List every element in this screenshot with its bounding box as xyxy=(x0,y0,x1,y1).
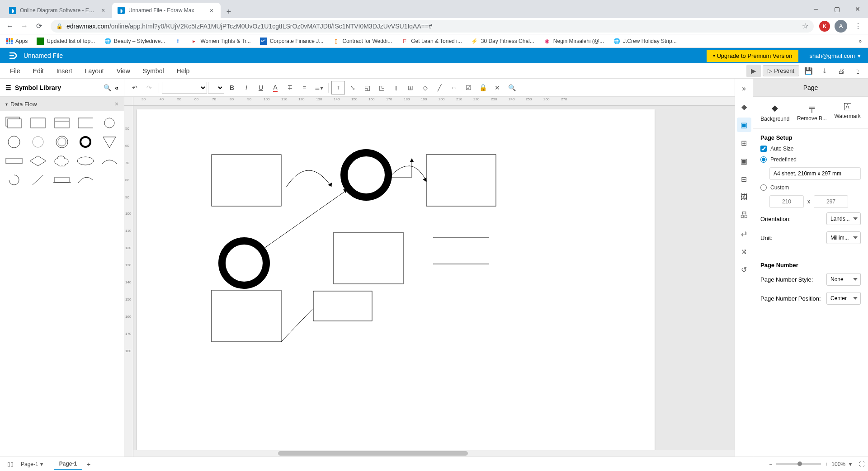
bookmark-item[interactable]: FGet Lean & Toned i... xyxy=(398,37,465,46)
bookmark-item[interactable]: ▯Contract for Weddi... xyxy=(330,37,395,46)
upgrade-button[interactable]: • Upgrade to Premium Version xyxy=(707,50,798,62)
text-frame-button[interactable]: T xyxy=(331,81,345,94)
edit-button[interactable]: ☑ xyxy=(462,81,475,94)
zoom-in-button[interactable]: + xyxy=(825,461,828,467)
remove-bg-button[interactable]: ╤Remove B... xyxy=(797,103,827,122)
bookmark-item[interactable]: 🌐Beauty – Styledrive... xyxy=(101,37,168,46)
sitemap-tab-icon[interactable]: 品 xyxy=(737,208,751,222)
redo-button[interactable]: ↷ xyxy=(142,81,156,94)
slideshow-tab-icon[interactable]: ▣ xyxy=(737,154,751,168)
shape-thick-circle[interactable] xyxy=(75,134,96,150)
save-icon[interactable]: 💾 xyxy=(801,65,816,77)
image-tab-icon[interactable]: 🖼 xyxy=(737,190,751,204)
scrollbar-thumb[interactable] xyxy=(278,451,468,456)
page-size-input[interactable] xyxy=(769,167,861,180)
menu-view[interactable]: View xyxy=(110,67,137,75)
tools-button[interactable]: ✕ xyxy=(491,81,504,94)
extension-badge[interactable]: K xyxy=(819,21,830,32)
shape-line[interactable] xyxy=(28,172,48,188)
background-button[interactable]: ◆Background xyxy=(760,103,789,122)
tab-close-icon[interactable]: × xyxy=(208,7,215,14)
present-button[interactable]: ▷Present xyxy=(763,65,799,76)
add-page-button[interactable]: + xyxy=(84,460,93,469)
canvas-paper[interactable] xyxy=(137,109,655,453)
group-button[interactable]: ⊞ xyxy=(404,81,417,94)
page-number-style-select[interactable]: None xyxy=(826,273,861,286)
back-button[interactable]: ← xyxy=(4,20,16,33)
connector-button[interactable]: ⤡ xyxy=(346,81,359,94)
reload-button[interactable]: ⟳ xyxy=(33,20,45,33)
shape-thick-circle[interactable] xyxy=(222,241,266,285)
shape-rect[interactable] xyxy=(313,291,372,321)
fill-button[interactable]: ◇ xyxy=(418,81,432,94)
shape-rect[interactable] xyxy=(334,232,403,284)
history-tab-icon[interactable]: ↺ xyxy=(737,262,751,277)
profile-avatar[interactable]: A xyxy=(835,20,847,33)
shape-rect[interactable] xyxy=(28,115,48,131)
search-icon[interactable]: 🔍 xyxy=(104,84,111,91)
search-button[interactable]: 🔍 xyxy=(505,81,519,94)
width-input[interactable] xyxy=(769,195,804,208)
menu-help[interactable]: Help xyxy=(170,67,196,75)
custom-radio[interactable] xyxy=(760,184,767,191)
undo-button[interactable]: ↶ xyxy=(128,81,142,94)
fill-tab-icon[interactable]: ◆ xyxy=(737,99,751,114)
bookmark-item[interactable]: Apps xyxy=(4,37,30,45)
grid-tab-icon[interactable]: ⊞ xyxy=(737,136,751,150)
zoom-slider-thumb[interactable] xyxy=(797,462,802,466)
shape-circle-thin[interactable] xyxy=(28,134,48,150)
page-number-position-select[interactable]: Center xyxy=(826,292,861,305)
bold-button[interactable]: B xyxy=(225,81,239,94)
align-left-button[interactable]: ⫿ xyxy=(389,81,403,94)
send-back-button[interactable]: ◳ xyxy=(375,81,388,94)
export-icon[interactable]: ⤓ xyxy=(817,65,832,77)
bookmark-star-icon[interactable]: ☆ xyxy=(802,22,808,30)
connector-arc[interactable] xyxy=(389,166,426,181)
file-name[interactable]: Unnamed File xyxy=(24,52,707,59)
tab-close-icon[interactable]: × xyxy=(99,7,107,14)
shape-diamond[interactable] xyxy=(28,153,48,169)
shape-stacked-rect[interactable] xyxy=(4,115,24,131)
font-family-select[interactable] xyxy=(162,82,207,94)
category-close-icon[interactable]: × xyxy=(115,100,118,108)
arrow-style-button[interactable]: ↔ xyxy=(447,81,461,94)
canvas-area[interactable]: 3040506070809010011012013014015016017018… xyxy=(124,97,735,457)
shape-cloud[interactable] xyxy=(52,153,72,169)
forward-button[interactable]: → xyxy=(18,20,31,33)
underline-button[interactable]: U xyxy=(254,81,268,94)
shape-curve[interactable] xyxy=(75,172,96,188)
unit-select[interactable]: Millim... xyxy=(826,231,861,244)
menu-file[interactable]: File xyxy=(4,67,27,75)
minimize-button[interactable]: ─ xyxy=(806,0,826,18)
shuffle-tab-icon[interactable]: ⤨ xyxy=(737,244,751,259)
stroke-button[interactable]: ╱ xyxy=(433,81,446,94)
new-tab-button[interactable]: + xyxy=(222,5,235,18)
bookmark-item[interactable]: ▸Women Tights & Tr... xyxy=(188,37,253,46)
page-selector[interactable]: Page-1▾ xyxy=(17,461,47,467)
predefined-radio[interactable] xyxy=(760,156,767,163)
expand-panel-icon[interactable]: » xyxy=(737,81,751,96)
shape-rect[interactable] xyxy=(426,155,496,206)
shape-half-circle[interactable] xyxy=(4,172,24,188)
horizontal-scrollbar[interactable] xyxy=(133,450,735,457)
line-spacing-button[interactable]: ≣▾ xyxy=(312,81,326,94)
height-input[interactable] xyxy=(814,195,848,208)
menu-edit[interactable]: Edit xyxy=(27,67,50,75)
shape-parallelogram[interactable] xyxy=(4,153,24,169)
zoom-dropdown-icon[interactable]: ▾ xyxy=(849,461,852,467)
shape-rect-header[interactable] xyxy=(52,115,72,131)
connector-line[interactable] xyxy=(281,308,313,342)
shape-rect[interactable] xyxy=(212,155,281,206)
browser-tab[interactable]: ◗ Unnamed File - Edraw Max × xyxy=(112,3,221,18)
font-color-button[interactable]: A xyxy=(269,81,282,94)
orientation-select[interactable]: Lands... xyxy=(826,212,861,225)
collapse-icon[interactable]: « xyxy=(115,84,118,91)
shape-open-rect[interactable] xyxy=(75,115,96,131)
strikethrough-button[interactable]: T̶ xyxy=(283,81,297,94)
close-button[interactable]: ✕ xyxy=(847,0,868,18)
layout-toggle-icon[interactable]: ▯▯ xyxy=(4,457,17,471)
bookmark-item[interactable]: 🌐J.Crew Holiday Strip... xyxy=(610,37,679,46)
bookmark-item[interactable]: f xyxy=(171,37,184,46)
lock-button[interactable]: 🔓 xyxy=(476,81,490,94)
menu-symbol[interactable]: Symbol xyxy=(137,67,170,75)
